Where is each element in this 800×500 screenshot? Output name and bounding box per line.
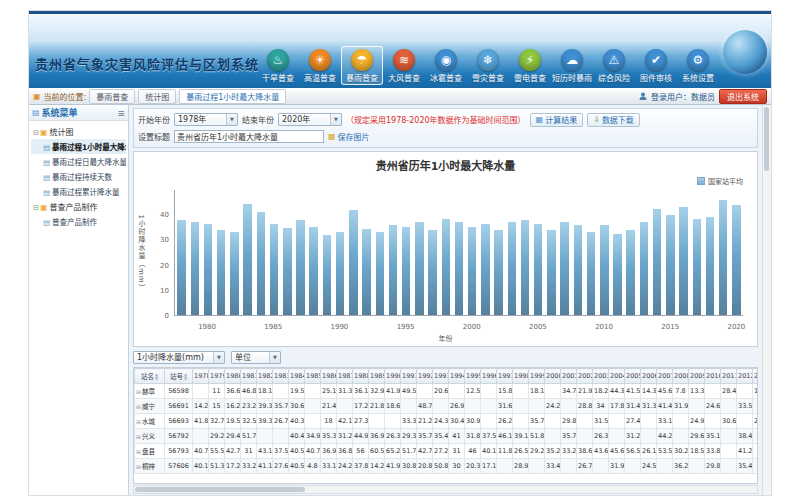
- value-cell: 30.4: [449, 414, 465, 429]
- tree-group[interactable]: ⊟▣统计图: [31, 124, 126, 139]
- column-header[interactable]: 站号▲▼: [165, 369, 193, 384]
- chart-title-input[interactable]: [174, 130, 324, 143]
- value-cell: 18.1: [529, 384, 545, 399]
- table-row[interactable]: ⊞威宁5669114.21516.223.239.335.730.621.417…: [135, 399, 759, 414]
- unit-select[interactable]: 单位▼: [231, 351, 281, 364]
- column-header[interactable]: 2009▲▼: [689, 369, 705, 384]
- column-header[interactable]: 1982▲▼: [257, 369, 273, 384]
- column-header[interactable]: 1993▲▼: [433, 369, 449, 384]
- column-header[interactable]: 1988▲▼: [353, 369, 369, 384]
- column-header[interactable]: 2012▲▼: [737, 369, 753, 384]
- nav-rainstorm-survey[interactable]: ☂暴雨普查: [341, 46, 383, 85]
- expand-icon[interactable]: ⊞: [136, 418, 141, 425]
- column-header[interactable]: 2004▲▼: [609, 369, 625, 384]
- column-header[interactable]: 2006▲▼: [641, 369, 657, 384]
- collapse-icon[interactable]: ≡: [117, 108, 125, 118]
- value-cell: 33.4: [545, 459, 561, 474]
- bar-1997: [428, 230, 436, 315]
- nav-comprehensive-risk[interactable]: ⚠综合风险: [593, 46, 635, 85]
- x-tick-label: 2000: [463, 323, 481, 331]
- column-header[interactable]: 1980▲▼: [225, 369, 241, 384]
- h-scrollbar-thumb[interactable]: [135, 487, 305, 492]
- folder-icon: ▣: [40, 128, 48, 137]
- nav-heat-survey[interactable]: ☀高温普查: [299, 46, 341, 85]
- column-header[interactable]: 2002▲▼: [577, 369, 593, 384]
- column-header[interactable]: 2001▲▼: [561, 369, 577, 384]
- column-header[interactable]: 2011▲▼: [721, 369, 737, 384]
- table-row[interactable]: ⊞赫章565981136.646.818.119.525.131.336.132…: [135, 384, 759, 399]
- expand-icon[interactable]: ⊞: [136, 463, 141, 470]
- calculate-button[interactable]: ▦计算结果: [530, 113, 584, 127]
- table-row[interactable]: ⊞水城5669341.832.719.532.539.326.740.31842…: [135, 414, 759, 429]
- nav-wind-survey[interactable]: ≋大风普查: [383, 46, 425, 85]
- tree-item[interactable]: ▤暴雨过程累计降水量: [31, 184, 126, 199]
- save-image-button[interactable]: ▦保存图片: [328, 131, 370, 142]
- column-header[interactable]: 1986▲▼: [321, 369, 337, 384]
- nav-short-duration-rain[interactable]: ☁短历时暴雨: [551, 46, 593, 85]
- vertical-scrollbar[interactable]: [762, 105, 771, 496]
- column-header[interactable]: 1990▲▼: [385, 369, 401, 384]
- nav-system-settings[interactable]: ⚙系统设置: [677, 46, 719, 85]
- column-header[interactable]: 1979▲▼: [209, 369, 225, 384]
- nav-map-review[interactable]: ✔图件审核: [635, 46, 677, 85]
- table-row[interactable]: ⊞盘县5679340.755.542.73143.137.540.540.736…: [135, 444, 759, 459]
- breadcrumb-tab[interactable]: 暴雨过程1小时最大降水量: [179, 89, 286, 104]
- logout-button[interactable]: 退出系统: [719, 89, 767, 104]
- column-header[interactable]: 1996▲▼: [481, 369, 497, 384]
- expand-icon[interactable]: ⊞: [136, 448, 141, 455]
- column-header[interactable]: 2005▲▼: [625, 369, 641, 384]
- table-row[interactable]: ⊞桐梓5760640.151.317.233.241.127.640.54.83…: [135, 459, 759, 474]
- end-year-select[interactable]: 2020年▼: [278, 113, 342, 126]
- expand-icon[interactable]: ⊞: [136, 403, 141, 410]
- column-header[interactable]: 1989▲▼: [369, 369, 385, 384]
- column-header[interactable]: 2010▲▼: [705, 369, 721, 384]
- column-header[interactable]: 1995▲▼: [465, 369, 481, 384]
- wind-survey-icon: ≋: [393, 49, 415, 71]
- nav-snow-survey[interactable]: ❄雪灾普查: [467, 46, 509, 85]
- expand-icon[interactable]: ⊞: [136, 433, 141, 440]
- download-button[interactable]: ⇩数据下载: [587, 113, 640, 127]
- column-header[interactable]: 1991▲▼: [401, 369, 417, 384]
- column-header[interactable]: 1999▲▼: [529, 369, 545, 384]
- nav-hail-survey[interactable]: ◉冰雹普查: [425, 46, 467, 85]
- column-header[interactable]: 2008▲▼: [673, 369, 689, 384]
- value-cell: [449, 384, 465, 399]
- metric-select[interactable]: 1小时降水量(mm)▼: [133, 351, 225, 364]
- table-row[interactable]: ⊞兴义5679229.229.451.740.434.935.331.244.9…: [135, 429, 759, 444]
- column-header[interactable]: 1998▲▼: [513, 369, 529, 384]
- value-cell: 26.3: [593, 429, 609, 444]
- start-year-select[interactable]: 1978年▼: [174, 113, 238, 126]
- column-header[interactable]: 2007▲▼: [657, 369, 673, 384]
- column-header[interactable]: 站名▲▼: [135, 369, 165, 384]
- column-header[interactable]: 1984▲▼: [289, 369, 305, 384]
- value-cell: 46: [465, 444, 481, 459]
- column-header[interactable]: 1983▲▼: [273, 369, 289, 384]
- column-header[interactable]: 1992▲▼: [417, 369, 433, 384]
- value-cell: 36.9: [369, 429, 385, 444]
- station-id-cell: 56793: [165, 444, 193, 459]
- column-header[interactable]: 1994▲▼: [449, 369, 465, 384]
- nav-drought-survey[interactable]: ♨干旱普查: [257, 46, 299, 85]
- tree-item[interactable]: ▤暴雨过程持续天数: [31, 169, 126, 184]
- value-cell: [193, 384, 209, 399]
- expand-icon[interactable]: ⊞: [136, 388, 141, 395]
- column-header[interactable]: 1978▲▼: [193, 369, 209, 384]
- tree-item[interactable]: ▤暴雨过程1小时最大降水量: [31, 139, 126, 154]
- column-header[interactable]: 2003▲▼: [593, 369, 609, 384]
- nav-lightning-survey[interactable]: ⚡雷电普查: [509, 46, 551, 85]
- column-header[interactable]: 1987▲▼: [337, 369, 353, 384]
- tree-item[interactable]: ▤暴雨过程日最大降水量: [31, 154, 126, 169]
- value-cell: 40.7: [305, 444, 321, 459]
- column-header[interactable]: 1981▲▼: [241, 369, 257, 384]
- column-header[interactable]: 2013▲▼: [753, 369, 759, 384]
- column-header[interactable]: 1985▲▼: [305, 369, 321, 384]
- tree-group[interactable]: ⊟▣普查产品制作: [31, 199, 126, 214]
- v-scrollbar-thumb[interactable]: [764, 107, 769, 171]
- tree-item[interactable]: ▤普查产品制作: [31, 214, 126, 229]
- column-header[interactable]: 2000▲▼: [545, 369, 561, 384]
- value-cell: 56.5: [625, 444, 641, 459]
- column-header[interactable]: 1997▲▼: [497, 369, 513, 384]
- breadcrumb-tab[interactable]: 暴雨普查: [89, 89, 135, 104]
- horizontal-scrollbar[interactable]: [133, 485, 758, 494]
- breadcrumb-tab[interactable]: 统计图: [138, 89, 176, 104]
